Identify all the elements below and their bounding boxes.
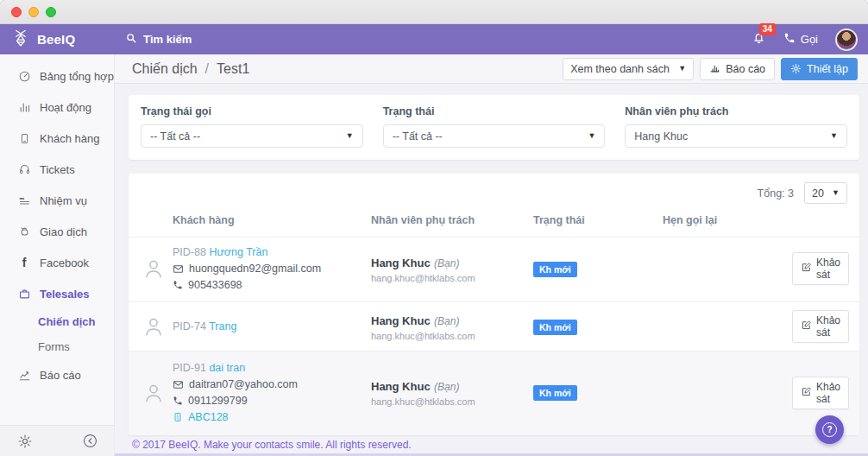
company-link[interactable]: ABC128 — [188, 411, 229, 423]
contact-name-link[interactable]: Hương Trần — [209, 246, 267, 258]
sidebar-item-telesales[interactable]: Telesales — [0, 278, 114, 309]
sidebar-item-tasks[interactable]: Nhiệm vụ — [0, 185, 114, 216]
assignee-note: (Bạn) — [434, 315, 459, 327]
breadcrumb-separator: / — [205, 61, 209, 77]
bar-chart-icon — [709, 62, 720, 76]
sidebar-subitem-forms[interactable]: Forms — [0, 334, 114, 359]
tasks-icon — [17, 194, 31, 207]
sidebar-label: Tickets — [40, 163, 75, 176]
filter-call-status-select[interactable]: -- Tất cả -- ▼ — [141, 124, 363, 148]
sidebar-item-reports[interactable]: Báo cáo — [0, 359, 114, 390]
sidebar-item-deals[interactable]: Giao dịch — [0, 216, 114, 247]
view-mode-value: Xem theo danh sách — [570, 63, 670, 75]
dashboard-icon — [17, 70, 31, 83]
call-button[interactable]: Gọi — [783, 32, 818, 47]
contact-pid: PID-88 — [173, 246, 206, 258]
setup-button-label: Thiết lập — [807, 63, 848, 75]
sidebar-label: Forms — [38, 340, 70, 353]
filter-status-label: Trạng thái — [383, 105, 606, 117]
status-badge[interactable]: Kh mới — [533, 320, 577, 335]
content-area: Trạng thái gọi -- Tất cả -- ▼ Trạng thái… — [115, 84, 868, 456]
contact-email: daitran07@yahoo.com — [189, 378, 298, 390]
table-row[interactable]: PID-74 Trang Hang Khuc (Bạn) hang.khuc@h… — [129, 301, 859, 351]
survey-button[interactable]: Khảo sát — [792, 252, 849, 285]
total-count: Tổng: 3 — [758, 187, 794, 200]
sidebar-item-dashboard[interactable]: Bảng tổng hợp — [0, 60, 114, 92]
column-header-assignee: Nhân viên phụ trách — [371, 214, 533, 226]
survey-button[interactable]: Khảo sát — [792, 310, 849, 343]
assignee-email: hang.khuc@htklabs.com — [371, 331, 533, 341]
email-icon — [173, 379, 184, 390]
edit-note-icon — [801, 320, 812, 333]
filter-call-status-label: Trạng thái gọi — [141, 105, 363, 117]
edit-note-icon — [801, 262, 812, 276]
filter-status-select[interactable]: -- Tất cả -- ▼ — [383, 124, 606, 148]
customer-cell: PID-91 dai tran daitran07@yahoo.com — [173, 362, 371, 423]
user-avatar[interactable] — [835, 28, 858, 51]
assignee-note: (Bạn) — [434, 381, 459, 393]
help-button[interactable]: ? — [815, 415, 844, 444]
facebook-icon: f — [17, 256, 31, 269]
breadcrumb-section[interactable]: Chiến dịch — [132, 61, 198, 77]
contact-name-link[interactable]: dai tran — [209, 362, 245, 374]
status-badge[interactable]: Kh mới — [533, 262, 577, 277]
assignee-name: Hang Khuc — [371, 256, 431, 269]
sidebar-item-contacts[interactable]: Khách hàng — [0, 123, 114, 154]
sidebar-subitem-campaigns[interactable]: Chiến dịch — [0, 309, 114, 334]
page-size-value: 20 — [812, 187, 824, 200]
sidebar-label: Nhiệm vụ — [40, 194, 87, 207]
person-icon — [142, 315, 173, 338]
view-mode-select[interactable]: Xem theo danh sách ▼ — [563, 58, 694, 80]
setup-button[interactable]: Thiết lập — [781, 58, 858, 80]
report-button[interactable]: Báo cáo — [700, 58, 775, 80]
filter-call-status-value: -- Tất cả -- — [150, 130, 200, 142]
breadcrumb: Chiến dịch / Test1 — [132, 61, 249, 77]
window-titlebar — [0, 0, 868, 24]
settings-gear-icon[interactable] — [17, 434, 33, 449]
search-icon — [125, 32, 137, 47]
survey-button-label: Khảo sát — [816, 256, 840, 281]
app-window: BeeIQ Tìm kiếm 34 — [0, 0, 868, 456]
contacts-icon — [17, 132, 31, 145]
assignee-cell: Hang Khuc (Bạn) hang.khuc@htklabs.com — [371, 378, 533, 407]
filter-assignee-value: Hang Khuc — [634, 130, 688, 142]
survey-button[interactable]: Khảo sát — [792, 377, 849, 409]
collapse-sidebar-icon[interactable] — [82, 433, 98, 449]
notification-count-badge: 34 — [759, 23, 776, 35]
close-window-button[interactable] — [11, 7, 22, 17]
filter-status-value: -- Tất cả -- — [393, 130, 443, 142]
sidebar-item-facebook[interactable]: f Facebook — [0, 247, 114, 278]
activity-icon — [17, 101, 31, 114]
assignee-email: hang.khuc@htklabs.com — [371, 396, 533, 407]
bee-logo-icon — [10, 28, 31, 52]
zoom-window-button[interactable] — [46, 7, 56, 17]
sidebar-label: Hoạt động — [40, 101, 91, 114]
contact-name-link[interactable]: Trang — [209, 320, 236, 332]
person-icon — [142, 382, 173, 404]
phone-icon — [173, 280, 183, 290]
assignee-name: Hang Khuc — [371, 314, 431, 327]
notifications-button[interactable]: 34 — [752, 30, 766, 48]
status-badge[interactable]: Kh mới — [533, 385, 577, 401]
phone-icon — [173, 396, 183, 406]
minimize-window-button[interactable] — [28, 7, 39, 17]
assignee-cell: Hang Khuc (Bạn) hang.khuc@htklabs.com — [371, 313, 533, 341]
column-header-callback: Hẹn gọi lại — [663, 214, 792, 226]
brand-name: BeeIQ — [37, 32, 75, 47]
headset-icon — [17, 163, 31, 176]
sidebar: Bảng tổng hợp Hoạt động Khách hàng — [0, 54, 115, 456]
sidebar-footer — [0, 425, 114, 456]
page-size-select[interactable]: 20 ▼ — [804, 182, 847, 204]
table-row[interactable]: PID-91 dai tran daitran07@yahoo.com — [129, 351, 859, 435]
assignee-name: Hang Khuc — [371, 380, 431, 393]
sidebar-item-activity[interactable]: Hoạt động — [0, 92, 114, 123]
cogs-icon — [790, 63, 802, 74]
report-button-label: Báo cáo — [726, 63, 765, 75]
chevron-down-icon: ▼ — [678, 65, 686, 73]
filter-assignee-select[interactable]: Hang Khuc ▼ — [625, 124, 847, 148]
sidebar-item-tickets[interactable]: Tickets — [0, 154, 114, 185]
table-row[interactable]: PID-88 Hương Trần huongquedn92@gmail.com — [129, 237, 859, 301]
brand-logo[interactable]: BeeIQ — [0, 28, 115, 52]
global-search[interactable]: Tìm kiếm — [125, 32, 192, 47]
sidebar-label: Telesales — [40, 288, 90, 301]
